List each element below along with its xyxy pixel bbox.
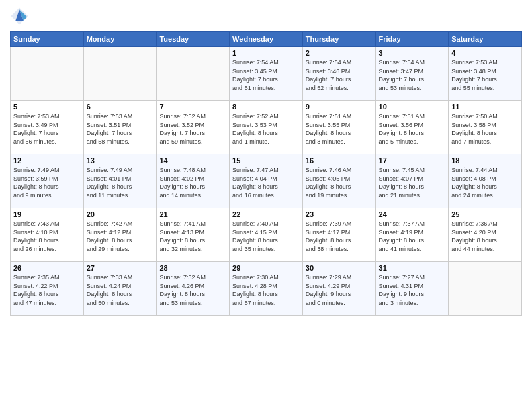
day-number: 1 [232, 49, 300, 57]
day-number: 21 [159, 210, 226, 218]
calendar-week-row: 12Sunrise: 7:49 AM Sunset: 3:59 PM Dayli… [11, 154, 522, 208]
weekday-header: Sunday [11, 32, 84, 47]
day-info: Sunrise: 7:47 AM Sunset: 4:04 PM Dayligh… [232, 166, 300, 199]
calendar-day-cell: 5Sunrise: 7:53 AM Sunset: 3:49 PM Daylig… [11, 101, 84, 154]
logo [10, 7, 32, 26]
day-number: 6 [87, 103, 154, 111]
calendar-day-cell: 9Sunrise: 7:51 AM Sunset: 3:55 PM Daylig… [302, 101, 375, 154]
day-info: Sunrise: 7:46 AM Sunset: 4:05 PM Dayligh… [306, 166, 373, 199]
day-number: 8 [232, 103, 300, 111]
calendar-day-cell: 23Sunrise: 7:39 AM Sunset: 4:17 PM Dayli… [302, 208, 375, 262]
day-info: Sunrise: 7:37 AM Sunset: 4:19 PM Dayligh… [379, 220, 446, 253]
calendar-day-cell [157, 47, 230, 101]
day-info: Sunrise: 7:54 AM Sunset: 3:46 PM Dayligh… [306, 58, 373, 92]
calendar-day-cell: 4Sunrise: 7:53 AM Sunset: 3:48 PM Daylig… [449, 47, 522, 101]
calendar-day-cell: 12Sunrise: 7:49 AM Sunset: 3:59 PM Dayli… [11, 154, 84, 208]
day-number: 11 [451, 103, 519, 111]
day-number: 30 [306, 264, 373, 272]
calendar-day-cell: 7Sunrise: 7:52 AM Sunset: 3:52 PM Daylig… [157, 101, 230, 154]
calendar-body: 1Sunrise: 7:54 AM Sunset: 3:45 PM Daylig… [11, 47, 522, 316]
day-number: 19 [13, 210, 81, 218]
calendar-day-cell [83, 47, 157, 101]
day-info: Sunrise: 7:36 AM Sunset: 4:20 PM Dayligh… [451, 220, 519, 253]
day-info: Sunrise: 7:41 AM Sunset: 4:13 PM Dayligh… [159, 220, 226, 253]
day-number: 18 [451, 156, 519, 165]
day-number: 29 [232, 264, 300, 272]
weekday-header: Monday [83, 32, 157, 47]
day-info: Sunrise: 7:40 AM Sunset: 4:15 PM Dayligh… [232, 220, 300, 253]
calendar-day-cell: 14Sunrise: 7:48 AM Sunset: 4:02 PM Dayli… [157, 154, 230, 208]
calendar-day-cell: 16Sunrise: 7:46 AM Sunset: 4:05 PM Dayli… [302, 154, 375, 208]
day-info: Sunrise: 7:51 AM Sunset: 3:55 PM Dayligh… [306, 112, 373, 146]
calendar-day-cell: 8Sunrise: 7:52 AM Sunset: 3:53 PM Daylig… [230, 101, 303, 154]
day-info: Sunrise: 7:50 AM Sunset: 3:58 PM Dayligh… [451, 112, 519, 146]
day-info: Sunrise: 7:43 AM Sunset: 4:10 PM Dayligh… [13, 220, 81, 253]
calendar-day-cell: 2Sunrise: 7:54 AM Sunset: 3:46 PM Daylig… [302, 47, 375, 101]
weekday-header: Friday [375, 32, 449, 47]
calendar-day-cell: 28Sunrise: 7:32 AM Sunset: 4:26 PM Dayli… [157, 262, 230, 316]
day-number: 13 [87, 156, 154, 165]
calendar-day-cell: 27Sunrise: 7:33 AM Sunset: 4:24 PM Dayli… [83, 262, 157, 316]
calendar-day-cell: 6Sunrise: 7:53 AM Sunset: 3:51 PM Daylig… [83, 101, 157, 154]
day-info: Sunrise: 7:30 AM Sunset: 4:28 PM Dayligh… [232, 273, 300, 307]
calendar-day-cell: 21Sunrise: 7:41 AM Sunset: 4:13 PM Dayli… [157, 208, 230, 262]
calendar-week-row: 19Sunrise: 7:43 AM Sunset: 4:10 PM Dayli… [11, 208, 522, 262]
page: SundayMondayTuesdayWednesdayThursdayFrid… [0, 0, 532, 411]
day-number: 25 [451, 210, 519, 218]
day-number: 27 [87, 264, 154, 272]
day-info: Sunrise: 7:52 AM Sunset: 3:53 PM Dayligh… [232, 112, 300, 146]
day-info: Sunrise: 7:27 AM Sunset: 4:31 PM Dayligh… [379, 273, 446, 307]
day-number: 12 [13, 156, 81, 165]
day-info: Sunrise: 7:33 AM Sunset: 4:24 PM Dayligh… [87, 273, 154, 307]
calendar-day-cell: 31Sunrise: 7:27 AM Sunset: 4:31 PM Dayli… [375, 262, 449, 316]
day-info: Sunrise: 7:44 AM Sunset: 4:08 PM Dayligh… [451, 166, 519, 199]
calendar-day-cell: 18Sunrise: 7:44 AM Sunset: 4:08 PM Dayli… [449, 154, 522, 208]
day-number: 10 [379, 103, 446, 111]
day-number: 31 [379, 264, 446, 272]
day-info: Sunrise: 7:53 AM Sunset: 3:51 PM Dayligh… [87, 112, 154, 146]
calendar-day-cell: 17Sunrise: 7:45 AM Sunset: 4:07 PM Dayli… [375, 154, 449, 208]
day-info: Sunrise: 7:53 AM Sunset: 3:49 PM Dayligh… [13, 112, 81, 146]
day-number: 9 [306, 103, 373, 111]
day-info: Sunrise: 7:45 AM Sunset: 4:07 PM Dayligh… [379, 166, 446, 199]
weekday-row: SundayMondayTuesdayWednesdayThursdayFrid… [11, 32, 522, 47]
calendar-week-row: 5Sunrise: 7:53 AM Sunset: 3:49 PM Daylig… [11, 101, 522, 154]
day-info: Sunrise: 7:35 AM Sunset: 4:22 PM Dayligh… [13, 273, 81, 307]
day-info: Sunrise: 7:49 AM Sunset: 4:01 PM Dayligh… [87, 166, 154, 199]
calendar-day-cell: 24Sunrise: 7:37 AM Sunset: 4:19 PM Dayli… [375, 208, 449, 262]
day-info: Sunrise: 7:49 AM Sunset: 3:59 PM Dayligh… [13, 166, 81, 199]
calendar-day-cell: 15Sunrise: 7:47 AM Sunset: 4:04 PM Dayli… [230, 154, 303, 208]
weekday-header: Thursday [302, 32, 375, 47]
calendar-week-row: 26Sunrise: 7:35 AM Sunset: 4:22 PM Dayli… [11, 262, 522, 316]
logo-icon [10, 7, 29, 26]
day-number: 5 [13, 103, 81, 111]
calendar-day-cell: 26Sunrise: 7:35 AM Sunset: 4:22 PM Dayli… [11, 262, 84, 316]
day-number: 2 [306, 49, 373, 57]
day-number: 28 [159, 264, 226, 272]
day-number: 3 [379, 49, 446, 57]
calendar-day-cell: 30Sunrise: 7:29 AM Sunset: 4:29 PM Dayli… [302, 262, 375, 316]
calendar-day-cell: 29Sunrise: 7:30 AM Sunset: 4:28 PM Dayli… [230, 262, 303, 316]
calendar-day-cell [449, 262, 522, 316]
day-info: Sunrise: 7:51 AM Sunset: 3:56 PM Dayligh… [379, 112, 446, 146]
day-info: Sunrise: 7:42 AM Sunset: 4:12 PM Dayligh… [87, 220, 154, 253]
header [10, 7, 522, 26]
day-number: 24 [379, 210, 446, 218]
calendar-header: SundayMondayTuesdayWednesdayThursdayFrid… [11, 32, 522, 47]
weekday-header: Tuesday [157, 32, 230, 47]
calendar-day-cell: 20Sunrise: 7:42 AM Sunset: 4:12 PM Dayli… [83, 208, 157, 262]
day-info: Sunrise: 7:53 AM Sunset: 3:48 PM Dayligh… [451, 58, 519, 92]
calendar-day-cell: 1Sunrise: 7:54 AM Sunset: 3:45 PM Daylig… [230, 47, 303, 101]
day-number: 17 [379, 156, 446, 165]
day-info: Sunrise: 7:32 AM Sunset: 4:26 PM Dayligh… [159, 273, 226, 307]
day-info: Sunrise: 7:52 AM Sunset: 3:52 PM Dayligh… [159, 112, 226, 146]
calendar-day-cell: 3Sunrise: 7:54 AM Sunset: 3:47 PM Daylig… [375, 47, 449, 101]
calendar-day-cell [11, 47, 84, 101]
calendar-day-cell: 19Sunrise: 7:43 AM Sunset: 4:10 PM Dayli… [11, 208, 84, 262]
day-number: 4 [451, 49, 519, 57]
day-info: Sunrise: 7:54 AM Sunset: 3:45 PM Dayligh… [232, 58, 300, 92]
day-info: Sunrise: 7:48 AM Sunset: 4:02 PM Dayligh… [159, 166, 226, 199]
weekday-header: Saturday [449, 32, 522, 47]
calendar-day-cell: 13Sunrise: 7:49 AM Sunset: 4:01 PM Dayli… [83, 154, 157, 208]
day-number: 22 [232, 210, 300, 218]
